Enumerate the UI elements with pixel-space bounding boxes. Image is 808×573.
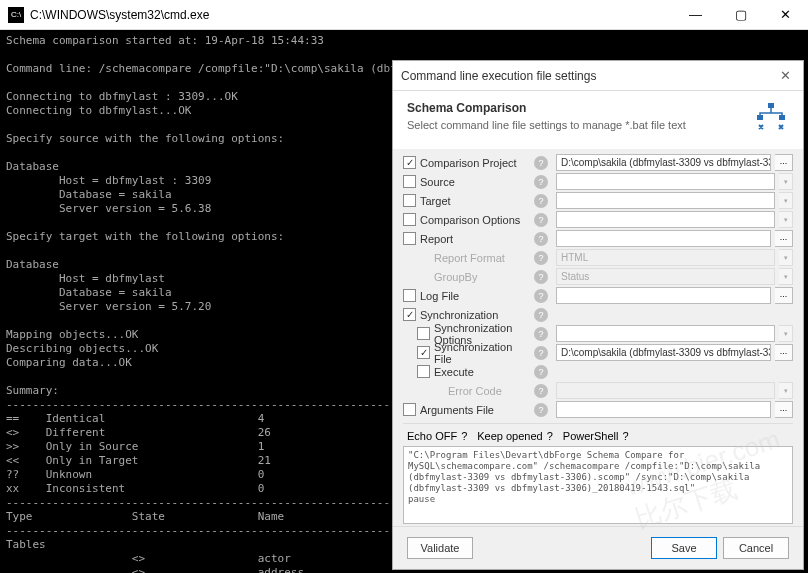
- help-icon[interactable]: ?: [534, 156, 548, 170]
- field-comparison-options[interactable]: [556, 211, 775, 228]
- help-icon[interactable]: ?: [622, 430, 628, 442]
- field-log-file[interactable]: [556, 287, 771, 304]
- field-target[interactable]: [556, 192, 775, 209]
- script-preview[interactable]: "C:\Program Files\Devart\dbForge Schema …: [403, 446, 793, 524]
- window-titlebar: C:\ C:\WINDOWS\system32\cmd.exe — ▢ ✕: [0, 0, 808, 30]
- dropdown-button[interactable]: ▾: [779, 211, 793, 228]
- dropdown-button[interactable]: ▾: [779, 192, 793, 209]
- field-source[interactable]: [556, 173, 775, 190]
- dialog-close-button[interactable]: ✕: [775, 68, 795, 83]
- help-icon[interactable]: ?: [534, 327, 548, 341]
- checkbox-target[interactable]: [403, 194, 416, 207]
- dialog-footer: Validate Save Cancel: [393, 526, 803, 569]
- field-error-code: [556, 382, 775, 399]
- checkbox-comparison-project[interactable]: [403, 156, 416, 169]
- row-error-code: Error Code ? ▾: [403, 381, 793, 400]
- row-source: Source ? ▾: [403, 172, 793, 191]
- close-button[interactable]: ✕: [763, 0, 808, 29]
- checkbox-source[interactable]: [403, 175, 416, 188]
- field-sync-file[interactable]: D:\comp\sakila (dbfmylast-3309 vs dbfmyl…: [556, 344, 771, 361]
- browse-button[interactable]: ···: [775, 401, 793, 418]
- row-comparison-project: Comparison Project ? D:\comp\sakila (dbf…: [403, 153, 793, 172]
- row-group-by: GroupBy ? Status ▾: [403, 267, 793, 286]
- inline-options: Echo OFF? Keep opened? PowerShell?: [403, 423, 793, 446]
- cmd-icon: C:\: [8, 7, 24, 23]
- row-execute: Execute ?: [403, 362, 793, 381]
- window-title: C:\WINDOWS\system32\cmd.exe: [30, 8, 673, 22]
- browse-button[interactable]: ···: [775, 230, 793, 247]
- help-icon[interactable]: ?: [534, 175, 548, 189]
- row-arguments-file: Arguments File ? ···: [403, 400, 793, 419]
- field-group-by: Status: [556, 268, 775, 285]
- checkbox-sync-file[interactable]: [417, 346, 430, 359]
- form-area: Comparison Project ? D:\comp\sakila (dbf…: [393, 149, 803, 526]
- help-icon[interactable]: ?: [534, 308, 548, 322]
- dropdown-button: ▾: [779, 268, 793, 285]
- checkbox-execute[interactable]: [417, 365, 430, 378]
- row-target: Target ? ▾: [403, 191, 793, 210]
- checkbox-log-file[interactable]: [403, 289, 416, 302]
- checkbox-report[interactable]: [403, 232, 416, 245]
- help-icon: ?: [534, 251, 548, 265]
- minimize-button[interactable]: —: [673, 0, 718, 29]
- cancel-button[interactable]: Cancel: [723, 537, 789, 559]
- checkbox-arguments-file[interactable]: [403, 403, 416, 416]
- dialog-title: Command line execution file settings: [401, 69, 775, 83]
- help-icon: ?: [534, 270, 548, 284]
- help-icon[interactable]: ?: [534, 346, 548, 360]
- help-icon[interactable]: ?: [534, 403, 548, 417]
- checkbox-comparison-options[interactable]: [403, 213, 416, 226]
- checkbox-synchronization[interactable]: [403, 308, 416, 321]
- row-report: Report ? ···: [403, 229, 793, 248]
- svg-rect-2: [779, 115, 785, 120]
- browse-button[interactable]: ···: [775, 287, 793, 304]
- checkbox-sync-options[interactable]: [417, 327, 430, 340]
- hero-subtitle: Select command line file settings to man…: [407, 119, 741, 131]
- help-icon[interactable]: ?: [534, 194, 548, 208]
- compare-icon: [753, 101, 789, 137]
- dropdown-button: ▾: [779, 382, 793, 399]
- help-icon[interactable]: ?: [461, 430, 467, 442]
- settings-dialog: Command line execution file settings ✕ S…: [392, 60, 804, 570]
- dropdown-button[interactable]: ▾: [779, 173, 793, 190]
- dialog-header: Command line execution file settings ✕: [393, 61, 803, 91]
- row-report-format: Report Format ? HTML ▾: [403, 248, 793, 267]
- help-icon[interactable]: ?: [534, 232, 548, 246]
- help-icon: ?: [534, 384, 548, 398]
- dropdown-button[interactable]: ▾: [779, 325, 793, 342]
- dropdown-button: ▾: [779, 249, 793, 266]
- browse-button[interactable]: ···: [775, 344, 793, 361]
- help-icon[interactable]: ?: [547, 430, 553, 442]
- row-log-file: Log File ? ···: [403, 286, 793, 305]
- svg-rect-0: [768, 103, 774, 108]
- field-sync-options[interactable]: [556, 325, 775, 342]
- svg-rect-1: [757, 115, 763, 120]
- field-comparison-project[interactable]: D:\comp\sakila (dbfmylast-3309 vs dbfmyl…: [556, 154, 771, 171]
- dialog-hero: Schema Comparison Select command line fi…: [393, 91, 803, 149]
- save-button[interactable]: Save: [651, 537, 717, 559]
- row-sync-file: Synchronization File ? D:\comp\sakila (d…: [403, 343, 793, 362]
- help-icon[interactable]: ?: [534, 365, 548, 379]
- validate-button[interactable]: Validate: [407, 537, 473, 559]
- field-report[interactable]: [556, 230, 771, 247]
- field-report-format: HTML: [556, 249, 775, 266]
- field-arguments-file[interactable]: [556, 401, 771, 418]
- help-icon[interactable]: ?: [534, 289, 548, 303]
- help-icon[interactable]: ?: [534, 213, 548, 227]
- maximize-button[interactable]: ▢: [718, 0, 763, 29]
- browse-button[interactable]: ···: [775, 154, 793, 171]
- row-comparison-options: Comparison Options ? ▾: [403, 210, 793, 229]
- hero-title: Schema Comparison: [407, 101, 741, 115]
